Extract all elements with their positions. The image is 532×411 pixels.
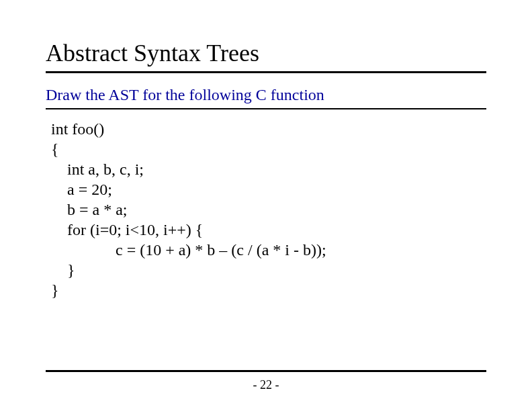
code-line: int a, b, c, i; (51, 161, 144, 178)
slide-title: Abstract Syntax Trees (46, 40, 486, 67)
code-line: int foo() (51, 120, 104, 138)
code-line: { (51, 140, 59, 158)
code-line: } (51, 281, 59, 299)
code-line: } (51, 261, 75, 279)
title-rule (46, 71, 486, 73)
slide-subtitle: Draw the AST for the following C functio… (46, 85, 486, 105)
code-line: c = (10 + a) * b – (c / (a * i - b)); (51, 241, 326, 259)
subtitle-rule (46, 108, 486, 109)
code-line: b = a * a; (51, 201, 128, 218)
page-number: - 22 - (0, 378, 532, 392)
code-line: for (i=0; i<10, i++) { (51, 221, 203, 238)
code-block: int foo() { int a, b, c, i; a = 20; b = … (51, 119, 486, 300)
code-line: a = 20; (51, 181, 112, 198)
slide-container: Abstract Syntax Trees Draw the AST for t… (0, 0, 532, 411)
bottom-rule (46, 370, 486, 372)
